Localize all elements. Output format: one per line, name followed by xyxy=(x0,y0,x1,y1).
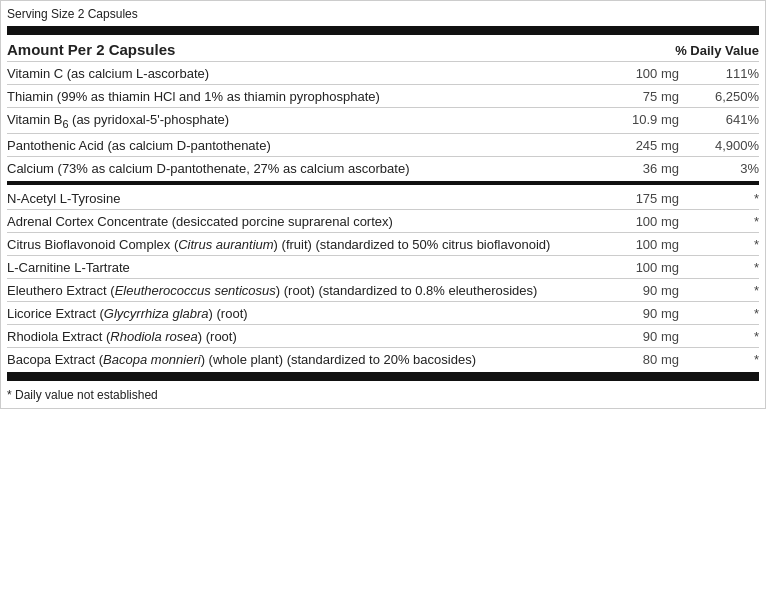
nutrients-group2: N-Acetyl L-Tyrosine 175 mg * Adrenal Cor… xyxy=(7,187,759,370)
serving-size: Serving Size 2 Capsules xyxy=(7,5,759,24)
nutrient-name: N-Acetyl L-Tyrosine xyxy=(7,191,629,206)
thick-divider-top xyxy=(7,26,759,35)
nutrient-dv: 111% xyxy=(699,66,759,81)
medium-divider xyxy=(7,181,759,185)
table-row: N-Acetyl L-Tyrosine 175 mg * xyxy=(7,187,759,209)
footnote: * Daily value not established xyxy=(7,383,759,402)
nutrient-dv: * xyxy=(699,191,759,206)
nutrient-amount: 90 mg xyxy=(629,306,699,321)
table-row: Thiamin (99% as thiamin HCl and 1% as th… xyxy=(7,85,759,107)
nutrient-amount: 245 mg xyxy=(629,138,699,153)
nutrient-amount: 100 mg xyxy=(629,214,699,229)
nutrient-name: Citrus Bioflavonoid Complex (Citrus aura… xyxy=(7,237,629,252)
nutrient-name: Adrenal Cortex Concentrate (desiccated p… xyxy=(7,214,629,229)
nutrient-amount: 175 mg xyxy=(629,191,699,206)
table-row: L-Carnitine L-Tartrate 100 mg * xyxy=(7,256,759,278)
nutrient-dv: * xyxy=(699,260,759,275)
nutrient-dv: 6,250% xyxy=(699,89,759,104)
nutrient-dv: * xyxy=(699,237,759,252)
nutrition-label: Serving Size 2 Capsules Amount Per 2 Cap… xyxy=(0,0,766,409)
nutrient-amount: 100 mg xyxy=(629,66,699,81)
nutrient-name: L-Carnitine L-Tartrate xyxy=(7,260,629,275)
table-row: Pantothenic Acid (as calcium D-pantothen… xyxy=(7,134,759,156)
nutrient-dv: 641% xyxy=(699,112,759,127)
nutrient-amount: 100 mg xyxy=(629,260,699,275)
nutrient-amount: 90 mg xyxy=(629,283,699,298)
nutrient-name: Eleuthero Extract (Eleutherococcus senti… xyxy=(7,283,629,298)
nutrient-dv: * xyxy=(699,329,759,344)
table-row: Eleuthero Extract (Eleutherococcus senti… xyxy=(7,279,759,301)
nutrient-name: Licorice Extract (Glycyrrhiza glabra) (r… xyxy=(7,306,629,321)
nutrient-dv: 4,900% xyxy=(699,138,759,153)
table-row: Adrenal Cortex Concentrate (desiccated p… xyxy=(7,210,759,232)
nutrient-name: Bacopa Extract (Bacopa monnieri) (whole … xyxy=(7,352,629,367)
table-row: Bacopa Extract (Bacopa monnieri) (whole … xyxy=(7,348,759,370)
nutrient-dv: 3% xyxy=(699,161,759,176)
table-row: Calcium (73% as calcium D-pantothenate, … xyxy=(7,157,759,179)
daily-value-label: % Daily Value xyxy=(675,43,759,58)
nutrient-dv: * xyxy=(699,352,759,367)
nutrient-amount: 100 mg xyxy=(629,237,699,252)
nutrient-name: Rhodiola Extract (Rhodiola rosea) (root) xyxy=(7,329,629,344)
nutrient-name: Vitamin C (as calcium L-ascorbate) xyxy=(7,66,629,81)
thick-divider-bottom xyxy=(7,372,759,381)
nutrient-name: Calcium (73% as calcium D-pantothenate, … xyxy=(7,161,629,176)
nutrient-amount: 10.9 mg xyxy=(629,112,699,127)
nutrient-dv: * xyxy=(699,306,759,321)
table-row: Citrus Bioflavonoid Complex (Citrus aura… xyxy=(7,233,759,255)
table-row: Rhodiola Extract (Rhodiola rosea) (root)… xyxy=(7,325,759,347)
nutrient-amount: 80 mg xyxy=(629,352,699,367)
nutrient-dv: * xyxy=(699,283,759,298)
table-row: Vitamin B6 (as pyridoxal-5'-phosphate) 1… xyxy=(7,108,759,133)
table-row: Licorice Extract (Glycyrrhiza glabra) (r… xyxy=(7,302,759,324)
nutrient-name: Vitamin B6 (as pyridoxal-5'-phosphate) xyxy=(7,112,629,130)
table-row: Vitamin C (as calcium L-ascorbate) 100 m… xyxy=(7,62,759,84)
nutrient-name: Thiamin (99% as thiamin HCl and 1% as th… xyxy=(7,89,629,104)
nutrient-name: Pantothenic Acid (as calcium D-pantothen… xyxy=(7,138,629,153)
amount-per-label: Amount Per 2 Capsules xyxy=(7,41,175,58)
nutrients-group1: Vitamin C (as calcium L-ascorbate) 100 m… xyxy=(7,62,759,179)
amount-per-row: Amount Per 2 Capsules % Daily Value xyxy=(7,37,759,61)
nutrient-amount: 90 mg xyxy=(629,329,699,344)
nutrient-amount: 36 mg xyxy=(629,161,699,176)
nutrient-dv: * xyxy=(699,214,759,229)
nutrient-amount: 75 mg xyxy=(629,89,699,104)
